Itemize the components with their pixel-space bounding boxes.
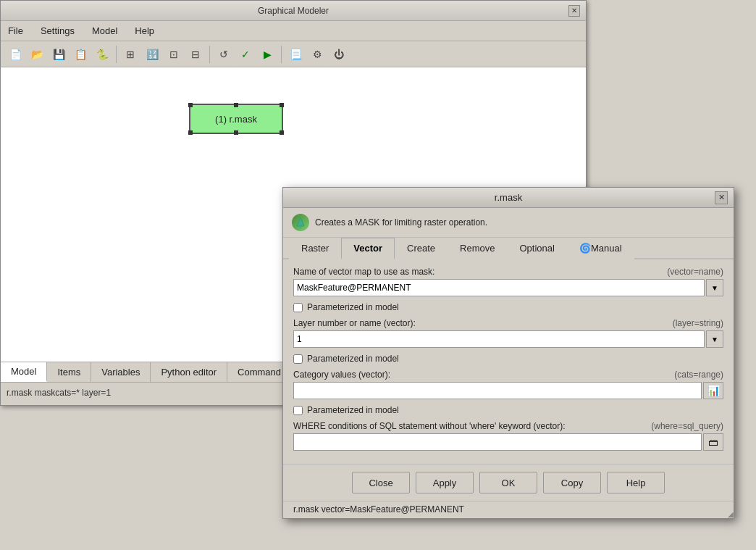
- toolbar-save-as[interactable]: 📋: [70, 44, 91, 64]
- toolbar-python[interactable]: 🐍: [92, 44, 112, 64]
- apply-button[interactable]: Apply: [416, 472, 474, 493]
- vector-map-param-label: Parameterized in model: [307, 302, 399, 312]
- cats-param-check-row: Parameterized in model: [293, 405, 723, 415]
- handle-tl: [188, 103, 193, 107]
- dialog-tabs: Raster Vector Create Remove Optional 🌀Ma…: [283, 238, 734, 259]
- copy-button[interactable]: Copy: [543, 472, 601, 493]
- close-button[interactable]: Close: [352, 472, 410, 493]
- handle-br: [280, 130, 284, 135]
- node-label: (1) r.mask: [215, 114, 257, 125]
- toolbar-params[interactable]: 🔢: [142, 44, 162, 64]
- dialog-buttons: Close Apply OK Copy Help: [283, 464, 734, 501]
- grass-icon: [292, 214, 309, 231]
- vector-map-input[interactable]: [293, 279, 705, 296]
- help-button[interactable]: Help: [607, 472, 665, 493]
- layer-dropdown[interactable]: ▼: [706, 330, 723, 348]
- cats-browse-btn[interactable]: 📊: [703, 382, 723, 399]
- toolbar-power[interactable]: ⏻: [329, 44, 349, 64]
- dialog-title: r.mask: [302, 192, 715, 203]
- model-status-text: r.mask maskcats=* layer=1: [7, 388, 111, 398]
- handle-tr: [280, 103, 284, 107]
- dtab-vector[interactable]: Vector: [341, 238, 395, 259]
- layer-param: (layer=string): [673, 318, 723, 328]
- dtab-raster[interactable]: Raster: [289, 238, 341, 259]
- vector-map-param-checkbox[interactable]: [293, 303, 303, 312]
- tab-variables[interactable]: Variables: [91, 362, 151, 382]
- dialog-status: r.mask vector=MaskFeature@PERMANENT: [283, 501, 734, 518]
- modeler-toolbar: 📄 📂 💾 📋 🐍 ⊞ 🔢 ⊡ ⊟ ↺ ✓ ▶ 📃 ⚙ ⏻: [1, 41, 586, 67]
- ok-button[interactable]: OK: [479, 472, 537, 493]
- handle-bm: [234, 130, 238, 135]
- cats-label: Category values (vector):: [293, 370, 390, 380]
- menu-settings[interactable]: Settings: [38, 24, 77, 38]
- dialog-close-button[interactable]: ✕: [715, 191, 728, 204]
- modeler-close-button[interactable]: ✕: [568, 5, 580, 17]
- toolbar-open[interactable]: 📂: [27, 44, 47, 64]
- tab-model[interactable]: Model: [1, 362, 47, 382]
- cats-param-label: Parameterized in model: [307, 405, 399, 415]
- layer-input[interactable]: [293, 330, 705, 348]
- vector-map-label: Name of vector map to use as mask:: [293, 267, 434, 277]
- menu-help[interactable]: Help: [132, 24, 157, 38]
- vector-map-input-row: ▼: [293, 279, 723, 296]
- dtab-optional[interactable]: Optional: [508, 238, 567, 259]
- cats-param: (cats=range): [674, 370, 723, 380]
- layer-label: Layer number or name (vector):: [293, 318, 416, 328]
- vector-map-label-row: Name of vector map to use as mask: (vect…: [293, 267, 723, 277]
- layer-label-row: Layer number or name (vector): (layer=st…: [293, 318, 723, 328]
- where-field-row: WHERE conditions of SQL statement withou…: [293, 421, 723, 451]
- toolbar-validate[interactable]: ✓: [235, 44, 256, 64]
- toolbar-help[interactable]: 📃: [285, 44, 306, 64]
- layer-input-row: ▼: [293, 330, 723, 348]
- vector-map-param-check-row: Parameterized in model: [293, 302, 723, 312]
- toolbar-settings[interactable]: ⚙: [307, 44, 327, 64]
- layer-param-checkbox[interactable]: [293, 354, 303, 364]
- layer-param-label: Parameterized in model: [307, 354, 399, 364]
- handle-tm: [234, 103, 238, 107]
- handle-bl: [188, 130, 193, 135]
- toolbar-revert[interactable]: ↺: [214, 44, 234, 64]
- where-label: WHERE conditions of SQL statement withou…: [293, 421, 566, 431]
- toolbar-sep1: [116, 46, 117, 63]
- where-label-row: WHERE conditions of SQL statement withou…: [293, 421, 723, 431]
- toolbar-remove[interactable]: ⊟: [185, 44, 206, 64]
- modeler-menubar: File Settings Model Help: [1, 21, 586, 41]
- node-rmask[interactable]: (1) r.mask: [189, 104, 283, 134]
- layer-field-row: Layer number or name (vector): (layer=st…: [293, 318, 723, 348]
- layer-param-check-row: Parameterized in model: [293, 354, 723, 364]
- toolbar-sep2: [209, 46, 210, 63]
- menu-file[interactable]: File: [5, 24, 26, 38]
- modeler-title: Graphical Modeler: [18, 6, 568, 16]
- vector-map-field-row: Name of vector map to use as mask: (vect…: [293, 267, 723, 296]
- cats-field-row: Category values (vector): (cats=range) 📊: [293, 370, 723, 399]
- toolbar-save[interactable]: 💾: [49, 44, 69, 64]
- where-sql-btn[interactable]: 🗃: [703, 433, 723, 451]
- dtab-create[interactable]: Create: [395, 238, 448, 259]
- where-param: (where=sql_query): [651, 421, 723, 431]
- svg-marker-0: [297, 217, 304, 226]
- toolbar-new[interactable]: 📄: [5, 44, 25, 64]
- menu-model[interactable]: Model: [89, 24, 120, 38]
- where-input-row: 🗃: [293, 433, 723, 451]
- dtab-manual[interactable]: 🌀Manual: [567, 238, 634, 259]
- toolbar-expand[interactable]: ⊞: [120, 44, 140, 64]
- vector-map-dropdown[interactable]: ▼: [706, 279, 723, 296]
- dialog-header: Creates a MASK for limiting raster opera…: [283, 208, 734, 238]
- cats-param-checkbox[interactable]: [293, 406, 303, 415]
- toolbar-add-model[interactable]: ⊡: [164, 44, 184, 64]
- dialog-titlebar: r.mask ✕: [283, 188, 734, 208]
- modeler-titlebar: Graphical Modeler ✕: [1, 1, 586, 21]
- status-text: r.mask vector=MaskFeature@PERMANENT: [293, 504, 464, 514]
- vector-map-param: (vector=name): [667, 267, 723, 277]
- cats-input[interactable]: [293, 382, 702, 399]
- resize-handle[interactable]: ◢: [723, 508, 734, 518]
- dialog-description: Creates a MASK for limiting raster opera…: [315, 217, 487, 228]
- tab-python-editor[interactable]: Python editor: [151, 362, 227, 382]
- dialog-body: Name of vector map to use as mask: (vect…: [283, 259, 734, 464]
- where-input[interactable]: [293, 433, 702, 451]
- rmask-dialog: r.mask ✕ Creates a MASK for limiting ras…: [282, 187, 734, 519]
- dtab-remove[interactable]: Remove: [448, 238, 507, 259]
- cats-label-row: Category values (vector): (cats=range): [293, 370, 723, 380]
- tab-items[interactable]: Items: [47, 362, 91, 382]
- toolbar-run[interactable]: ▶: [257, 44, 277, 64]
